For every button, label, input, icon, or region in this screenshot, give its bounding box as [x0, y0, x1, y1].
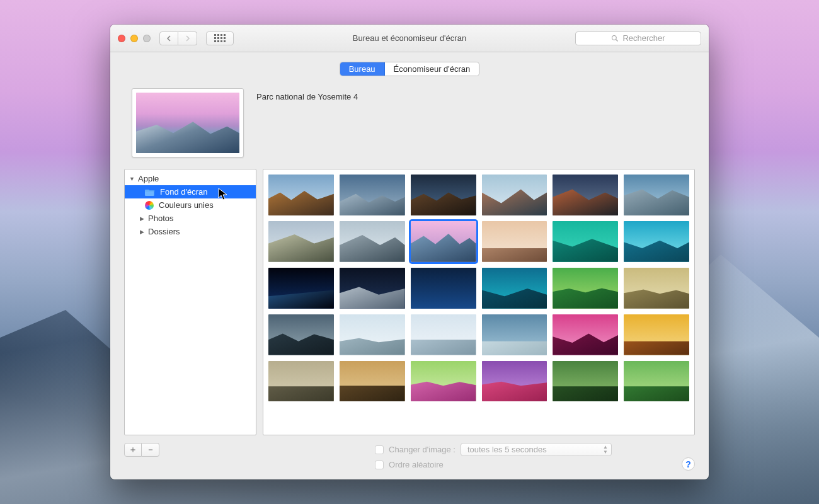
- wallpaper-thumbnail[interactable]: [268, 268, 334, 309]
- wallpaper-thumbnail[interactable]: [411, 221, 476, 262]
- wallpaper-thumbnail[interactable]: [482, 268, 547, 309]
- sidebar-item-solid-colors[interactable]: Couleurs unies: [125, 198, 256, 212]
- folder-icon: [145, 188, 155, 196]
- sidebar-item-folders[interactable]: ▶ Dossiers: [125, 225, 256, 238]
- add-folder-button[interactable]: ＋: [124, 443, 142, 457]
- wallpaper-thumbnail[interactable]: [268, 221, 334, 262]
- disclosure-triangle-right-icon: ▶: [139, 215, 146, 222]
- wallpaper-thumbnail[interactable]: [482, 314, 547, 355]
- change-interval-value: toutes les 5 secondes: [467, 445, 547, 454]
- sidebar-item-photos[interactable]: ▶ Photos: [125, 212, 256, 225]
- wallpaper-thumbnail[interactable]: [340, 268, 405, 309]
- remove-folder-button[interactable]: －: [142, 443, 159, 457]
- wallpaper-thumbnail[interactable]: [411, 175, 476, 215]
- random-order-row: Ordre aléatoire: [375, 460, 612, 469]
- grid-icon: [214, 34, 226, 42]
- wallpaper-thumbnail[interactable]: [340, 175, 405, 215]
- nav-back-forward: [159, 32, 197, 45]
- wallpaper-thumbnail[interactable]: [553, 268, 618, 309]
- preview-thumbnail: [136, 93, 239, 153]
- sidebar-item-label: Photos: [148, 214, 173, 223]
- sidebar-item-label: Fond d'écran: [160, 187, 207, 197]
- tab-screensaver[interactable]: Économiseur d'écran: [384, 62, 479, 76]
- wallpaper-thumbnail[interactable]: [268, 314, 334, 355]
- change-picture-checkbox[interactable]: [375, 445, 384, 454]
- zoom-button[interactable]: [143, 35, 151, 42]
- wallpaper-thumbnail[interactable]: [553, 175, 618, 215]
- preferences-window: Bureau et économiseur d'écran Rechercher…: [110, 25, 709, 479]
- add-remove-segmented: ＋ －: [124, 443, 159, 457]
- sidebar-item-label: Dossiers: [148, 227, 180, 236]
- source-sidebar[interactable]: ▼ Apple Fond d'écran Couleurs unies ▶ Ph…: [124, 169, 256, 435]
- sidebar-item-label: Apple: [138, 174, 159, 183]
- sidebar-item-desktop-pictures[interactable]: Fond d'écran: [125, 185, 256, 198]
- wallpaper-thumbnail[interactable]: [268, 175, 334, 215]
- help-button[interactable]: ?: [682, 457, 695, 471]
- preview-frame: [132, 88, 244, 158]
- random-order-checkbox[interactable]: [375, 461, 384, 469]
- forward-button[interactable]: [178, 32, 197, 45]
- minimize-button[interactable]: [130, 35, 138, 42]
- wallpaper-thumbnail[interactable]: [553, 221, 618, 262]
- wallpaper-thumbnail[interactable]: [482, 175, 547, 215]
- wallpaper-thumbnail[interactable]: [624, 175, 689, 215]
- disclosure-triangle-down-icon: ▼: [129, 176, 135, 182]
- wallpaper-thumbnail[interactable]: [553, 361, 618, 402]
- current-wallpaper-preview: Parc national de Yosemite 4: [110, 76, 709, 165]
- color-wheel-icon: [145, 201, 154, 210]
- stepper-arrows-icon: ▲▼: [603, 445, 608, 455]
- back-button[interactable]: [159, 32, 178, 45]
- wallpaper-thumbnail[interactable]: [553, 314, 618, 355]
- wallpaper-browser: ▼ Apple Fond d'écran Couleurs unies ▶ Ph…: [124, 169, 695, 435]
- wallpaper-thumbnail[interactable]: [340, 361, 405, 402]
- wallpaper-thumbnail[interactable]: [624, 268, 689, 309]
- wallpaper-thumbnail[interactable]: [268, 361, 334, 402]
- traffic-lights: [118, 35, 151, 42]
- tab-desktop[interactable]: Bureau: [340, 62, 384, 76]
- wallpaper-thumbnail[interactable]: [411, 268, 476, 309]
- wallpaper-thumbnail[interactable]: [624, 361, 689, 402]
- wallpaper-thumbnail[interactable]: [411, 361, 476, 402]
- wallpaper-thumbnail[interactable]: [340, 314, 405, 355]
- wallpaper-thumbnail[interactable]: [624, 221, 689, 262]
- wallpaper-thumbnail[interactable]: [482, 221, 547, 262]
- current-wallpaper-name: Parc national de Yosemite 4: [256, 92, 358, 101]
- svg-line-1: [616, 39, 618, 41]
- sidebar-item-label: Couleurs unies: [159, 200, 214, 210]
- bottom-controls: ＋ － Changer d'image : toutes les 5 secon…: [110, 440, 709, 479]
- change-picture-row: Changer d'image : toutes les 5 secondes …: [375, 443, 612, 456]
- disclosure-triangle-right-icon: ▶: [139, 229, 146, 235]
- svg-point-0: [612, 35, 617, 40]
- tab-bar: Bureau Économiseur d'écran: [110, 62, 709, 76]
- wallpaper-grid[interactable]: [263, 169, 695, 435]
- show-all-button[interactable]: [206, 32, 234, 45]
- search-placeholder: Rechercher: [622, 33, 665, 43]
- wallpaper-thumbnail[interactable]: [482, 361, 547, 402]
- sidebar-item-apple[interactable]: ▼ Apple: [125, 172, 256, 185]
- close-button[interactable]: [118, 35, 125, 42]
- wallpaper-thumbnail[interactable]: [340, 221, 405, 262]
- titlebar: Bureau et économiseur d'écran Rechercher: [110, 25, 709, 52]
- search-icon: [611, 35, 619, 42]
- change-picture-label: Changer d'image :: [389, 445, 455, 454]
- wallpaper-thumbnail[interactable]: [624, 314, 689, 355]
- search-field[interactable]: Rechercher: [575, 32, 701, 45]
- wallpaper-thumbnail[interactable]: [411, 314, 476, 355]
- random-order-label: Ordre aléatoire: [389, 460, 444, 469]
- change-interval-popup[interactable]: toutes les 5 secondes ▲▼: [461, 443, 612, 456]
